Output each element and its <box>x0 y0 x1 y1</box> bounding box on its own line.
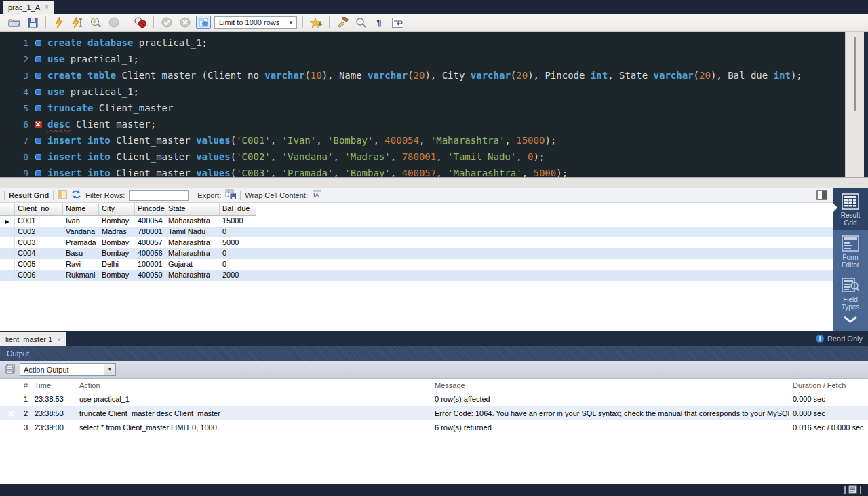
limit-rows-dropdown[interactable]: Limit to 1000 rows ▼ <box>214 16 297 29</box>
grid-cell[interactable]: Maharashtra <box>165 237 220 248</box>
output-type-dropdown[interactable]: Action Output ▼ <box>20 363 116 376</box>
grid-cell[interactable]: Ravi <box>63 259 99 270</box>
row-selector[interactable] <box>0 259 15 270</box>
grid-cell[interactable]: Tamil Nadu <box>165 227 220 237</box>
editor-line[interactable]: 4use practical_1; <box>0 83 845 100</box>
execute-statement-icon[interactable] <box>70 16 85 29</box>
grid-cell[interactable]: Rukmani <box>63 270 99 281</box>
grid-cell[interactable]: 0 <box>220 259 256 270</box>
row-selector[interactable] <box>0 248 15 259</box>
column-header[interactable]: Name <box>63 203 99 216</box>
output-row[interactable]: 223:38:53truncate Client_master desc Cli… <box>0 406 868 420</box>
grid-cell[interactable]: C004 <box>15 248 63 259</box>
wrap-text-icon[interactable] <box>390 16 405 29</box>
grid-cell[interactable]: Ivan <box>63 216 99 227</box>
grid-cell[interactable]: 400056 <box>135 248 165 259</box>
column-header[interactable]: State <box>165 203 220 216</box>
log-icon[interactable] <box>848 485 857 495</box>
grid-cell[interactable]: Pramada <box>63 237 99 248</box>
row-selector[interactable] <box>0 237 15 248</box>
output-row[interactable]: 123:38:53use practical_10 row(s) affecte… <box>0 392 868 406</box>
grid-cell[interactable]: 15000 <box>220 216 256 227</box>
collapse-panel-icon[interactable] <box>816 190 827 202</box>
row-selector[interactable] <box>0 270 15 281</box>
wrap-cell-icon[interactable]: IA <box>312 190 322 200</box>
grid-cell[interactable]: Basu <box>63 248 99 259</box>
refresh-icon[interactable] <box>71 190 81 200</box>
table-row[interactable]: C002VandanaMadras780001Tamil Nadu0 <box>0 227 833 237</box>
row-selector[interactable] <box>0 227 15 237</box>
editor-line[interactable]: 5truncate Client_master <box>0 100 845 116</box>
panel-splitter[interactable] <box>0 177 868 188</box>
close-icon[interactable]: × <box>45 3 49 11</box>
row-selector[interactable]: ▶ <box>0 216 15 227</box>
table-row[interactable]: C005RaviDelhi100001Gujarat0 <box>0 259 833 270</box>
column-header[interactable]: Pincode <box>135 203 165 216</box>
grid-cell[interactable]: 0 <box>220 248 256 259</box>
editor-line[interactable]: 3create table Client_master (Client_no v… <box>0 67 845 83</box>
grid-cell[interactable]: Vandana <box>63 227 99 237</box>
grid-options-icon[interactable] <box>58 190 67 201</box>
open-file-icon[interactable] <box>7 16 22 29</box>
editor-code[interactable]: 1create database practical_1;2use practi… <box>0 32 845 177</box>
find-icon[interactable] <box>353 16 368 29</box>
tab-result-set[interactable]: lient_master 1 × <box>0 332 66 346</box>
close-icon[interactable]: × <box>57 336 61 343</box>
sidebar-item-field-types[interactable]: Field Types <box>833 272 868 314</box>
grid-cell[interactable]: Delhi <box>99 259 135 270</box>
grid-cell[interactable]: 0 <box>220 227 256 237</box>
table-row[interactable]: ▶C001IvanBombay400054Maharashtra15000 <box>0 216 833 227</box>
sidebar-item-result-grid[interactable]: Result Grid <box>833 188 868 230</box>
tab-sql-editor[interactable]: prac_1_A × <box>3 1 54 14</box>
editor-line[interactable]: 6desc Client_master; <box>0 116 845 132</box>
grid-cell[interactable]: 400050 <box>135 270 165 281</box>
grid-cell[interactable]: Maharashtra <box>165 248 220 259</box>
autocommit-toggle-icon[interactable] <box>196 16 211 29</box>
grid-cell[interactable]: C001 <box>15 216 63 227</box>
table-row[interactable]: C004BasuBombay400056Maharashtra0 <box>0 248 833 259</box>
invisible-characters-icon[interactable]: ¶ <box>372 16 387 29</box>
filter-rows-input[interactable] <box>129 190 189 201</box>
scrollbar-thumb[interactable] <box>854 37 856 111</box>
grid-cell[interactable]: Bombay <box>99 248 135 259</box>
export-icon[interactable] <box>225 189 236 201</box>
editor-line[interactable]: 1create database practical_1; <box>0 35 845 51</box>
editor-line[interactable]: 9insert into Client_master values('C003'… <box>0 165 845 177</box>
output-panel-header[interactable]: Output <box>0 346 868 361</box>
grid-cell[interactable]: C002 <box>15 227 63 237</box>
save-icon[interactable] <box>25 16 40 29</box>
grid-cell[interactable]: Bombay <box>99 216 135 227</box>
grid-cell[interactable]: Maharashtra <box>165 216 220 227</box>
stacked-output-icon[interactable] <box>5 364 16 375</box>
editor-line[interactable]: 7insert into Client_master values('C001'… <box>0 132 845 149</box>
grid-cell[interactable]: 2000 <box>220 270 256 281</box>
save-snippet-icon[interactable] <box>309 16 323 29</box>
grid-cell[interactable]: 400057 <box>135 237 165 248</box>
grid-cell[interactable]: 100001 <box>135 259 165 270</box>
sidebar-collapse-chevron[interactable] <box>833 314 868 327</box>
grid-cell[interactable]: Maharashtra <box>165 270 220 281</box>
stop-on-error-icon[interactable] <box>133 16 148 29</box>
grid-cell[interactable]: C005 <box>15 259 63 270</box>
column-header[interactable]: City <box>99 203 135 216</box>
table-row[interactable]: C003PramadaBombay400057Maharashtra5000 <box>0 237 833 248</box>
column-header[interactable]: Bal_due <box>220 203 256 216</box>
grid-cell[interactable]: Madras <box>99 227 135 237</box>
grid-cell[interactable]: C006 <box>15 270 63 281</box>
sidebar-item-form-editor[interactable]: Form Editor <box>833 230 868 272</box>
grid-cell[interactable]: 400054 <box>135 216 165 227</box>
editor-scrollbar[interactable] <box>845 32 864 177</box>
column-header[interactable]: Client_no <box>15 203 63 216</box>
grid-cell[interactable]: Gujarat <box>165 259 220 270</box>
editor-line[interactable]: 8insert into Client_master values('C002'… <box>0 149 845 165</box>
grid-cell[interactable]: Bombay <box>99 237 135 248</box>
grid-cell[interactable]: 780001 <box>135 227 165 237</box>
grid-cell[interactable]: 5000 <box>220 237 256 248</box>
output-row[interactable]: 323:39:00select * from Client_master LIM… <box>0 420 868 434</box>
explain-plan-icon[interactable] <box>88 16 103 29</box>
editor-line[interactable]: 2use practical_1; <box>0 51 845 67</box>
grid-cell[interactable]: C003 <box>15 237 63 248</box>
grid-cell[interactable]: Bombay <box>99 270 135 281</box>
table-row[interactable]: C006RukmaniBombay400050Maharashtra2000 <box>0 270 833 281</box>
execute-script-icon[interactable] <box>52 16 66 29</box>
